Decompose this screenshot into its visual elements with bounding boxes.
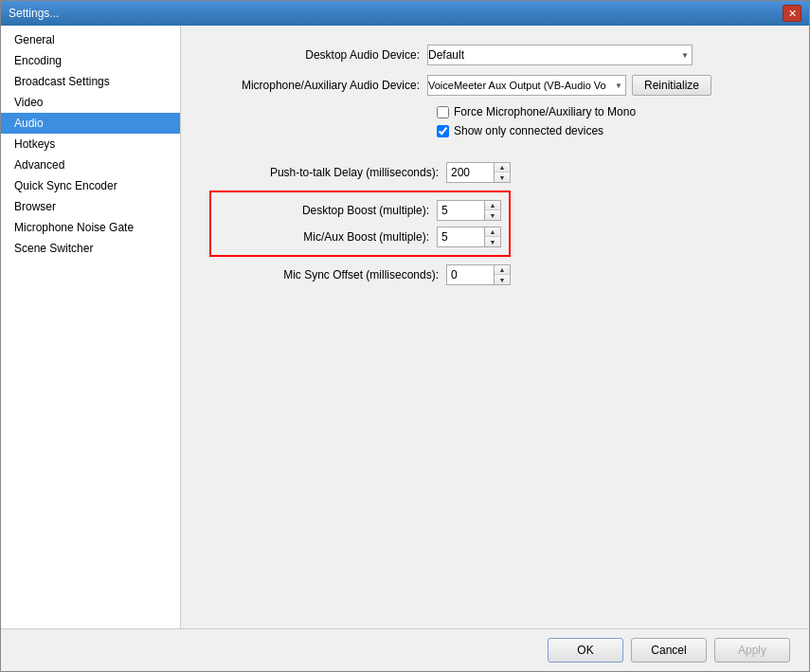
window-title: Settings... — [9, 7, 59, 20]
mic-sync-offset-arrows: ▲ ▼ — [495, 265, 510, 284]
mic-aux-boost-spinbox: ▲ ▼ — [437, 227, 501, 247]
ok-button[interactable]: OK — [548, 638, 623, 663]
sidebar-item-advanced[interactable]: Advanced — [1, 154, 180, 175]
desktop-boost-spinbox: ▲ ▼ — [437, 200, 501, 221]
mic-aux-select-wrapper: VoiceMeeter Aux Output (VB-Audio Voicel — [427, 75, 626, 96]
mic-aux-boost-label: Mic/Aux Boost (multiple): — [219, 230, 437, 244]
mic-sync-offset-down-arrow[interactable]: ▼ — [495, 275, 510, 284]
mic-aux-boost-input[interactable] — [438, 227, 485, 246]
mic-sync-offset-label: Mic Sync Offset (milliseconds): — [209, 268, 446, 282]
sidebar-item-video[interactable]: Video — [1, 92, 180, 113]
desktop-boost-down-arrow[interactable]: ▼ — [485, 210, 500, 220]
apply-button[interactable]: Apply — [714, 638, 790, 663]
show-connected-group: Show only connected devices — [437, 124, 781, 137]
push-to-talk-up-arrow[interactable]: ▲ — [495, 163, 510, 173]
mic-aux-group: Microphone/Auxiliary Audio Device: Voice… — [209, 75, 781, 96]
sidebar-item-scene-switcher[interactable]: Scene Switcher — [1, 238, 180, 259]
sidebar-item-browser[interactable]: Browser — [1, 196, 180, 217]
force-mono-checkbox[interactable] — [437, 106, 449, 118]
push-to-talk-down-arrow[interactable]: ▼ — [495, 173, 510, 182]
mic-aux-boost-down-arrow[interactable]: ▼ — [485, 237, 500, 246]
sidebar-item-audio[interactable]: Audio — [1, 113, 180, 134]
push-to-talk-arrows: ▲ ▼ — [495, 163, 510, 182]
mic-aux-controls: VoiceMeeter Aux Output (VB-Audio Voicel … — [427, 75, 711, 96]
mic-aux-boost-up-arrow[interactable]: ▲ — [485, 227, 500, 237]
desktop-boost-input[interactable] — [438, 201, 485, 220]
title-bar: Settings... ✕ — [1, 1, 809, 26]
mic-sync-offset-input[interactable] — [447, 265, 495, 284]
push-to-talk-group: Push-to-talk Delay (milliseconds): ▲ ▼ — [209, 162, 781, 183]
mic-sync-offset-group: Mic Sync Offset (milliseconds): ▲ ▼ — [209, 264, 781, 285]
show-connected-label: Show only connected devices — [454, 124, 603, 137]
mic-aux-label: Microphone/Auxiliary Audio Device: — [209, 79, 427, 92]
mic-sync-offset-up-arrow[interactable]: ▲ — [495, 265, 510, 275]
settings-window: Settings... ✕ General Encoding Broadcast… — [0, 0, 810, 672]
title-bar-controls: ✕ — [783, 5, 801, 22]
push-to-talk-label: Push-to-talk Delay (milliseconds): — [209, 166, 446, 179]
sidebar-item-hotkeys[interactable]: Hotkeys — [1, 134, 180, 154]
mic-aux-boost-group: Mic/Aux Boost (multiple): ▲ ▼ — [219, 227, 501, 247]
sidebar-item-quick-sync-encoder[interactable]: Quick Sync Encoder — [1, 175, 180, 196]
sidebar-item-broadcast-settings[interactable]: Broadcast Settings — [1, 71, 180, 92]
desktop-boost-arrows: ▲ ▼ — [485, 201, 500, 220]
mic-aux-select[interactable]: VoiceMeeter Aux Output (VB-Audio Voicel — [427, 75, 626, 96]
mic-sync-offset-spinbox: ▲ ▼ — [446, 264, 511, 285]
force-mono-label: Force Microphone/Auxiliary to Mono — [454, 105, 636, 118]
desktop-boost-group: Desktop Boost (multiple): ▲ ▼ — [219, 200, 501, 221]
footer: OK Cancel Apply — [1, 628, 809, 671]
desktop-boost-label: Desktop Boost (multiple): — [219, 204, 437, 217]
show-connected-checkbox[interactable] — [437, 125, 449, 137]
force-mono-group: Force Microphone/Auxiliary to Mono — [437, 105, 781, 118]
desktop-audio-select-wrapper: Default — [427, 45, 693, 65]
desktop-audio-label: Desktop Audio Device: — [209, 48, 427, 62]
push-to-talk-spinbox: ▲ ▼ — [446, 162, 511, 183]
reinitialize-button[interactable]: Reinitialize — [632, 75, 711, 96]
main-panel: Desktop Audio Device: Default Microphone… — [181, 26, 809, 628]
close-button[interactable]: ✕ — [783, 5, 801, 22]
sidebar-item-general[interactable]: General — [1, 29, 180, 50]
content-area: General Encoding Broadcast Settings Vide… — [1, 26, 809, 628]
cancel-button[interactable]: Cancel — [631, 638, 707, 663]
sidebar-item-encoding[interactable]: Encoding — [1, 50, 180, 71]
boost-highlight-box: Desktop Boost (multiple): ▲ ▼ Mic/Aux Bo… — [209, 191, 511, 257]
push-to-talk-input[interactable] — [447, 163, 495, 182]
sidebar: General Encoding Broadcast Settings Vide… — [1, 26, 181, 628]
mic-aux-boost-arrows: ▲ ▼ — [485, 227, 500, 246]
desktop-audio-group: Desktop Audio Device: Default — [209, 45, 781, 65]
boost-section: Desktop Boost (multiple): ▲ ▼ Mic/Aux Bo… — [209, 191, 781, 264]
sidebar-item-microphone-noise-gate[interactable]: Microphone Noise Gate — [1, 217, 180, 238]
desktop-boost-up-arrow[interactable]: ▲ — [485, 201, 500, 210]
desktop-audio-select[interactable]: Default — [427, 45, 693, 65]
